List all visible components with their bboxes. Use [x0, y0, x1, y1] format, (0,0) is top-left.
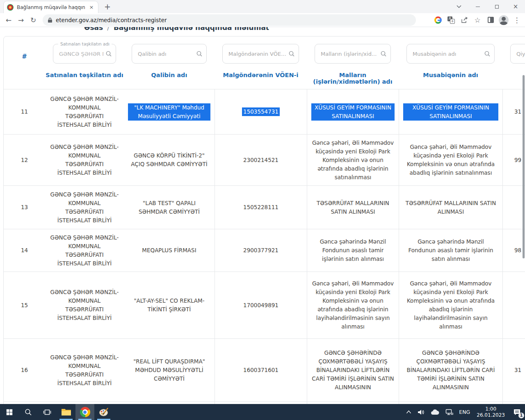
org-filter-label: Satınalan təşkilatın adı	[58, 41, 112, 46]
voen-cell: 1700049891	[215, 272, 307, 338]
org-cell: GƏNCƏ ŞƏHƏR MƏNZİL-KOMMUNAL TƏSƏRRÜFATI …	[45, 186, 124, 229]
tray-chevron-up-icon[interactable]	[403, 404, 414, 420]
taskbar-search-button[interactable]	[19, 404, 38, 420]
task-view-icon	[43, 408, 51, 416]
competition-filter-input[interactable]	[407, 44, 494, 63]
goods-cell: XÜSUSİ GEYİM FORMASININ SATINALINMASI	[307, 89, 399, 134]
column-header-voen[interactable]: Malgöndərənin VÖEN-i	[215, 72, 307, 85]
voen-cell: 2300214521	[215, 135, 307, 185]
lock-icon	[48, 17, 52, 23]
goods-filter-input[interactable]	[315, 44, 390, 63]
voen-cell: 1505228111	[215, 186, 307, 229]
language-indicator[interactable]: ENG	[456, 404, 473, 420]
volume-icon[interactable]	[414, 404, 428, 420]
network-icon[interactable]	[442, 404, 456, 420]
address-bar[interactable]: etender.gov.az/media/contracts-register	[43, 14, 416, 26]
azerbaijan-emblem-favicon	[7, 4, 14, 11]
filter-row: # Satınalan təşkilatın adı	[4, 37, 525, 69]
goods-cell: Gəncə şəhərində Mənzil Fondunun əsaslı t…	[307, 229, 399, 272]
row-number: 12	[4, 135, 45, 185]
search-icon[interactable]	[380, 50, 387, 57]
reload-button[interactable]: ↻	[27, 14, 39, 26]
google-g-icon[interactable]	[432, 14, 444, 26]
org-cell: GƏNCƏ ŞƏHƏR MƏNZİL-KOMMUNAL TƏSƏRRÜFATI …	[45, 89, 124, 134]
price-cell	[502, 272, 525, 338]
column-header-org[interactable]: Satınalan təşkilatın adı	[45, 72, 124, 85]
goods-cell: TƏSƏRRÜFAT MALLARININ SATIN ALINMASI	[307, 186, 399, 229]
price-filter-input[interactable]	[511, 44, 525, 63]
breadcrumb: Əsas/Bağlanmış müqavilə haqqında məlumat	[84, 27, 269, 32]
column-header-goods[interactable]: Malların (işlərin/xidmətlərin) adı	[307, 72, 399, 85]
window-minimize-button[interactable]	[468, 0, 487, 13]
winner-filter-input[interactable]	[132, 44, 206, 63]
selected-text: "LK MACHINERY" Məhdud Məsuliyyətli Cəmiy…	[128, 103, 210, 121]
side-panel-icon[interactable]	[485, 14, 496, 26]
selected-text: XÜSUSİ GEYİM FORMASININ SATINALINMASI	[311, 103, 395, 121]
org-cell: GƏNCƏ ŞƏHƏR MƏNZİL-KOMMUNAL TƏSƏRRÜFATI …	[45, 135, 124, 185]
competition-cell: GƏNCƏ ŞƏHƏRİNDƏ ÇOXMƏRTƏBƏLİ YAŞAYIŞ BİN…	[399, 339, 502, 402]
table-row: 16 GƏNCƏ ŞƏHƏR MƏNZİL-KOMMUNAL TƏSƏRRÜFA…	[4, 338, 525, 402]
browser-tab[interactable]: Bağlanmış müqavilə haqqında mə ×	[3, 1, 98, 13]
winner-cell: "LK MACHINERY" Məhdud Məsuliyyətli Cəmiy…	[124, 89, 215, 134]
table-row: 12 GƏNCƏ ŞƏHƏR MƏNZİL-KOMMUNAL TƏSƏRRÜFA…	[4, 134, 525, 185]
page-scrollbar-thumb[interactable]	[523, 75, 525, 258]
url-text: etender.gov.az/media/contracts-register	[56, 17, 167, 23]
row-number: 13	[4, 186, 45, 229]
paint-taskbar-button[interactable]	[94, 404, 113, 420]
tab-title: Bağlanmış müqavilə haqqında mə	[17, 5, 85, 10]
forward-button[interactable]: →	[15, 14, 27, 26]
search-icon[interactable]	[105, 50, 112, 57]
notification-badge: 1	[518, 413, 524, 418]
windows-taskbar: ENG 1:00 26.01.2023 1	[0, 404, 525, 420]
file-explorer-icon	[61, 408, 71, 416]
profile-avatar[interactable]	[498, 14, 509, 26]
window-maximize-button[interactable]	[487, 0, 506, 13]
column-header-competition[interactable]: Musabiqənin adı	[399, 72, 502, 85]
competition-cell: Gəncə şəhəri, Əli Məmmədov küçəsində yen…	[399, 272, 502, 338]
search-icon[interactable]	[484, 50, 491, 57]
breadcrumb-root[interactable]: Əsas	[84, 27, 103, 32]
clock[interactable]: 1:00 26.01.2023	[473, 404, 509, 420]
voen-cell: 1600371601	[215, 339, 307, 402]
row-number: 16	[4, 339, 45, 402]
search-icon[interactable]	[288, 50, 295, 57]
row-number: 11	[4, 89, 45, 134]
onedrive-cloud-icon[interactable]	[428, 404, 442, 420]
winner-filter	[132, 44, 207, 64]
window-close-button[interactable]: ×	[506, 0, 525, 13]
contracts-table-card: # Satınalan təşkilatın adı	[3, 36, 525, 404]
bookmark-star-icon[interactable]: ☆	[472, 14, 483, 26]
browser-toolbar: ← → ↻ etender.gov.az/media/contracts-reg…	[0, 13, 525, 27]
table-row: 15 GƏNCƏ ŞƏHƏR MƏNZİL-KOMMUNAL TƏSƏRRÜFA…	[4, 272, 525, 338]
translate-icon[interactable]: Aa	[445, 14, 457, 26]
task-view-button[interactable]	[38, 404, 57, 420]
chrome-icon	[80, 407, 90, 417]
winner-cell: GƏNCƏ KÖRPÜ TİKİNTİ-2" AÇIQ SƏHMDAR CƏMİ…	[124, 135, 215, 185]
voen-cell: 2900377921	[215, 229, 307, 272]
new-tab-button[interactable]: +	[102, 1, 113, 13]
breadcrumb-separator: /	[107, 27, 110, 32]
file-explorer-button[interactable]	[57, 404, 75, 420]
column-header-winner[interactable]: Qalibin adı	[124, 72, 215, 85]
voen-filter-input[interactable]	[223, 44, 299, 63]
paint-icon	[99, 408, 109, 417]
tab-search-chevron-icon[interactable]	[450, 0, 468, 13]
search-icon[interactable]	[196, 50, 203, 57]
goods-cell: Gəncə şəhəri, Əli Məmmədov küçəsində yen…	[307, 135, 399, 185]
start-button[interactable]	[0, 404, 19, 420]
desktop-screen: Bağlanmış müqavilə haqqında mə × + × ← →…	[0, 0, 525, 420]
winner-cell: "ALT-AY-SEL" CO REKLAM-TİKİNTİ ŞİRKƏTİ	[124, 272, 215, 338]
menu-dots-icon[interactable]: ⋮	[511, 14, 523, 26]
price-cell: 99	[502, 135, 525, 185]
competition-cell: XÜSUSİ GEYİM FORMASININ SATINALINMASI	[399, 89, 502, 134]
chrome-taskbar-button[interactable]	[75, 404, 94, 420]
action-center-button[interactable]: 1	[509, 404, 525, 420]
share-icon[interactable]	[459, 14, 470, 26]
price-filter	[510, 44, 525, 64]
tab-close-icon[interactable]: ×	[88, 4, 95, 11]
number-column-header: #	[4, 47, 45, 60]
goods-filter	[315, 44, 391, 64]
back-button[interactable]: ←	[2, 14, 15, 26]
clock-date: 26.01.2023	[477, 412, 505, 418]
price-cell: 98	[502, 229, 525, 272]
